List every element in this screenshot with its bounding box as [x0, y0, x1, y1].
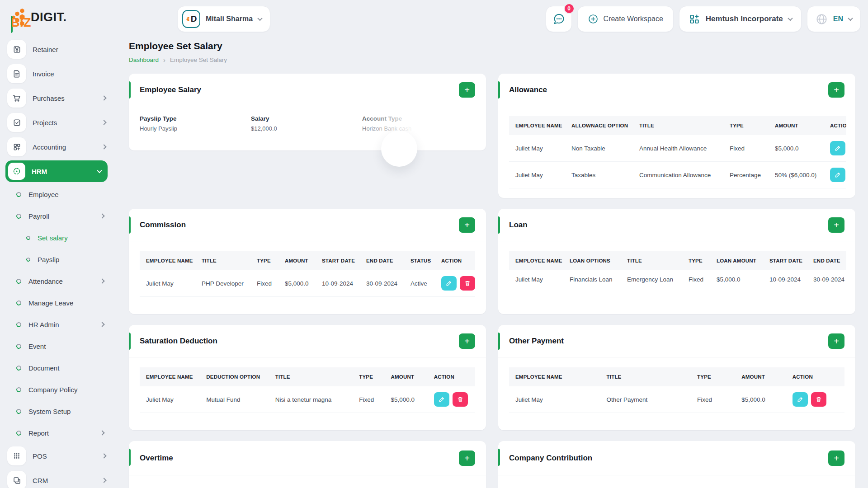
- employee-salary-fields: Payslip Type Hourly Payslip Salary $12,0…: [129, 106, 486, 132]
- chevron-right-icon: [99, 322, 104, 327]
- sidebar-item-event[interactable]: Event: [0, 335, 114, 357]
- sidebar-item-pos[interactable]: POS: [0, 444, 114, 468]
- card-accent-bar: [498, 333, 500, 350]
- check-square-icon: [7, 113, 26, 132]
- column-header: EMPLOYEE NAME: [509, 251, 565, 270]
- column-header: EMPLOYEE NAME: [140, 367, 202, 386]
- company-contribution-header: Company Contribution +: [498, 441, 855, 475]
- add-employee-salary-button[interactable]: +: [459, 82, 475, 98]
- edit-button[interactable]: [793, 392, 808, 407]
- sidebar-item-set-salary[interactable]: Set salary: [0, 227, 114, 249]
- chevron-down-icon: [788, 16, 793, 21]
- loader-circle: [381, 131, 417, 167]
- pencil-icon: [439, 396, 445, 403]
- sidebar-item-crm[interactable]: CRM: [0, 468, 114, 488]
- grid-plus-icon: [7, 137, 26, 156]
- table-header-row: EMPLOYEE NAME TITLE TYPE AMOUNT ACTION: [509, 367, 844, 386]
- sidebar-item-accounting[interactable]: Accounting: [0, 135, 114, 159]
- edit-button[interactable]: [830, 141, 845, 155]
- other-payment-table: EMPLOYEE NAME TITLE TYPE AMOUNT ACTION J…: [509, 367, 844, 413]
- sidebar-item-hr-admin[interactable]: HR Admin: [0, 314, 114, 335]
- workspace-selector[interactable]: Hemtush Incorporate: [679, 6, 802, 32]
- delete-button[interactable]: [453, 392, 468, 407]
- column-header: TYPE: [684, 251, 712, 270]
- chevron-down-icon: [257, 16, 262, 21]
- chat-button[interactable]: 0: [546, 6, 572, 32]
- bullet-icon: [26, 235, 31, 240]
- column-header: ACTION: [437, 251, 475, 270]
- sidebar-item-employee[interactable]: Employee: [0, 183, 114, 205]
- edit-button[interactable]: [830, 168, 845, 182]
- allowance-header: Allowance +: [498, 74, 855, 106]
- sidebar-item-attendance[interactable]: Attendance: [0, 270, 114, 292]
- bullet-icon: [15, 343, 22, 349]
- sidebar-item-company-policy[interactable]: Company Policy: [0, 379, 114, 400]
- bullet-icon: [15, 213, 22, 219]
- avatar-letter: D: [191, 14, 197, 24]
- sidebar-item-manage-leave[interactable]: Manage Leave: [0, 292, 114, 314]
- brand-logo[interactable]: DIGIT.BIZ: [11, 8, 67, 26]
- sidebar-item-report[interactable]: Report: [0, 422, 114, 444]
- add-allowance-button[interactable]: +: [828, 82, 844, 98]
- main-content: Employee Set Salary Dashboard › Employee…: [114, 33, 868, 488]
- overtime-header: Overtime +: [129, 441, 486, 475]
- edit-button[interactable]: [434, 392, 449, 407]
- edit-button[interactable]: [441, 276, 457, 291]
- sidebar-item-system-setup[interactable]: System Setup: [0, 400, 114, 422]
- saturation-deduction-table: EMPLOYEE NAME DEDUCTION OPTION TITLE TYP…: [140, 367, 475, 413]
- language-selector[interactable]: EN: [807, 6, 861, 32]
- commission-table: EMPLOYEE NAME TITLE TYPE AMOUNT START DA…: [140, 251, 475, 297]
- other-payment-table-wrap: EMPLOYEE NAME TITLE TYPE AMOUNT ACTION J…: [509, 367, 846, 413]
- create-workspace-button[interactable]: Create Workspace: [577, 6, 674, 32]
- column-header: LOAN OPTIONS: [565, 251, 623, 270]
- column-header: TITLE: [635, 116, 725, 135]
- chevron-right-icon: [101, 120, 106, 125]
- saturation-deduction-table-wrap: EMPLOYEE NAME DEDUCTION OPTION TITLE TYP…: [140, 367, 477, 413]
- sidebar: Retainer Invoice Purchases Projects: [0, 33, 114, 488]
- cards-grid: Employee Salary + Payslip Type Hourly Pa…: [129, 74, 855, 488]
- chevron-down-icon: [848, 16, 853, 21]
- table-header-row: EMPLOYEE NAME TITLE TYPE AMOUNT START DA…: [140, 251, 475, 270]
- add-loan-button[interactable]: +: [828, 217, 844, 233]
- chevron-right-icon: [99, 213, 104, 218]
- hrm-icon: [8, 163, 25, 180]
- trash-icon: [464, 280, 471, 286]
- chevron-right-icon: [101, 453, 106, 458]
- add-commission-button[interactable]: +: [459, 217, 475, 233]
- sidebar-item-retainer[interactable]: Retainer: [0, 37, 114, 61]
- sidebar-item-document[interactable]: Document: [0, 357, 114, 379]
- card-accent-bar: [498, 81, 500, 99]
- add-saturation-deduction-button[interactable]: +: [459, 333, 475, 349]
- add-overtime-button[interactable]: +: [459, 450, 475, 466]
- sidebar-item-payslip[interactable]: Payslip: [0, 249, 114, 270]
- pencil-icon: [835, 145, 841, 151]
- column-header: TYPE: [354, 367, 386, 386]
- card-accent-bar: [129, 333, 131, 350]
- user-selector[interactable]: D Mitali Sharma: [177, 6, 270, 32]
- add-company-contribution-button[interactable]: +: [828, 450, 844, 466]
- commission-card: Commission + EMPLOYEE NAME TITLE TYPE AM…: [129, 209, 486, 314]
- chevron-right-icon: [101, 478, 106, 483]
- sidebar-item-invoice[interactable]: Invoice: [0, 61, 114, 86]
- card-accent-bar: [498, 216, 500, 234]
- loan-table: EMPLOYEE NAME LOAN OPTIONS TITLE TYPE LO…: [509, 251, 846, 289]
- sidebar-item-purchases[interactable]: Purchases: [0, 86, 114, 110]
- card-accent-bar: [498, 449, 500, 466]
- column-header: TITLE: [623, 251, 684, 270]
- field-account-type: Account Type Horizon Bank cash: [362, 115, 475, 132]
- column-header: LOAN AMOUNT: [712, 251, 765, 270]
- pencil-icon: [446, 280, 452, 286]
- column-header: DEDUCTION OPTION: [202, 367, 270, 386]
- add-other-payment-button[interactable]: +: [828, 333, 844, 349]
- delete-button[interactable]: [811, 392, 826, 407]
- sidebar-item-hrm[interactable]: HRM: [5, 160, 108, 182]
- sidebar-item-payroll[interactable]: Payroll: [0, 205, 114, 227]
- bullet-icon: [15, 408, 22, 414]
- trash-icon: [816, 396, 822, 403]
- sidebar-item-projects[interactable]: Projects: [0, 110, 114, 135]
- breadcrumb-dashboard-link[interactable]: Dashboard: [129, 56, 159, 63]
- commission-table-wrap: EMPLOYEE NAME TITLE TYPE AMOUNT START DA…: [140, 251, 477, 297]
- card-accent-bar: [129, 216, 131, 234]
- delete-button[interactable]: [460, 276, 475, 291]
- column-header: TITLE: [602, 367, 693, 386]
